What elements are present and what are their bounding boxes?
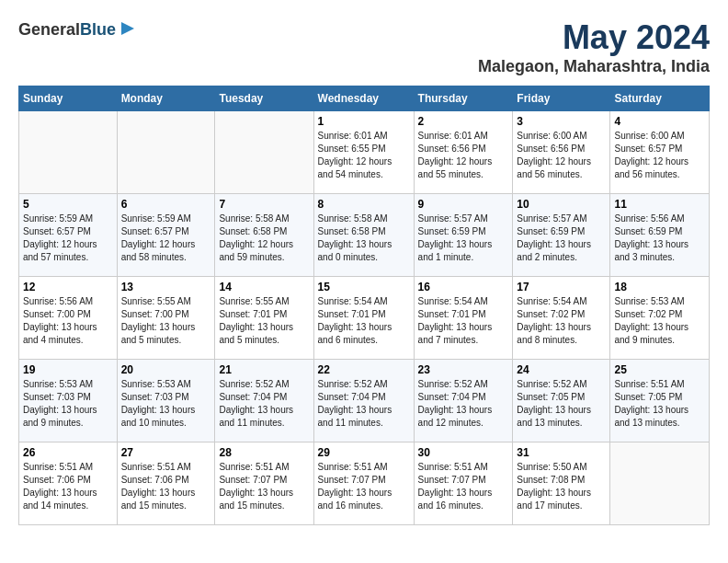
calendar-header-monday: Monday — [117, 86, 215, 111]
day-info: Sunrise: 5:55 AMSunset: 7:00 PMDaylight:… — [121, 295, 211, 347]
day-number: 11 — [614, 198, 705, 211]
calendar-cell: 14Sunrise: 5:55 AMSunset: 7:01 PMDayligh… — [215, 277, 313, 360]
day-number: 9 — [418, 198, 509, 211]
day-number: 13 — [121, 281, 211, 293]
calendar-week-row: 12Sunrise: 5:56 AMSunset: 7:00 PMDayligh… — [19, 277, 710, 360]
day-info: Sunrise: 5:53 AMSunset: 7:03 PMDaylight:… — [23, 378, 113, 430]
day-number: 4 — [614, 115, 705, 128]
day-number: 23 — [418, 363, 509, 376]
day-info: Sunrise: 5:52 AMSunset: 7:04 PMDaylight:… — [318, 378, 410, 430]
logo-general-text: General — [18, 20, 80, 40]
calendar-cell: 27Sunrise: 5:51 AMSunset: 7:06 PMDayligh… — [117, 442, 215, 525]
calendar-cell: 22Sunrise: 5:52 AMSunset: 7:04 PMDayligh… — [313, 360, 414, 442]
day-info: Sunrise: 5:59 AMSunset: 6:57 PMDaylight:… — [23, 213, 113, 264]
calendar-header-wednesday: Wednesday — [313, 86, 414, 111]
day-number: 10 — [517, 198, 606, 211]
calendar-table: SundayMondayTuesdayWednesdayThursdayFrid… — [18, 86, 710, 525]
calendar-cell: 8Sunrise: 5:58 AMSunset: 6:58 PMDaylight… — [313, 194, 414, 277]
day-info: Sunrise: 5:54 AMSunset: 7:01 PMDaylight:… — [318, 295, 410, 347]
calendar-cell — [19, 111, 118, 194]
day-info: Sunrise: 6:01 AMSunset: 6:55 PMDaylight:… — [318, 130, 410, 181]
calendar-cell: 18Sunrise: 5:53 AMSunset: 7:02 PMDayligh… — [610, 277, 710, 360]
day-number: 24 — [517, 363, 606, 376]
day-number: 15 — [318, 281, 410, 293]
day-number: 2 — [418, 115, 509, 128]
day-info: Sunrise: 5:58 AMSunset: 6:58 PMDaylight:… — [219, 213, 309, 264]
calendar-cell: 15Sunrise: 5:54 AMSunset: 7:01 PMDayligh… — [313, 277, 414, 360]
day-info: Sunrise: 5:56 AMSunset: 6:59 PMDaylight:… — [614, 213, 705, 264]
day-info: Sunrise: 5:51 AMSunset: 7:07 PMDaylight:… — [219, 461, 309, 512]
calendar-cell: 11Sunrise: 5:56 AMSunset: 6:59 PMDayligh… — [610, 194, 710, 277]
title-block: May 2024 Malegaon, Maharashtra, India — [478, 18, 710, 76]
day-info: Sunrise: 5:56 AMSunset: 7:00 PMDaylight:… — [23, 295, 113, 347]
calendar-cell: 19Sunrise: 5:53 AMSunset: 7:03 PMDayligh… — [19, 360, 118, 442]
day-info: Sunrise: 5:53 AMSunset: 7:02 PMDaylight:… — [614, 295, 705, 347]
day-info: Sunrise: 5:50 AMSunset: 7:08 PMDaylight:… — [517, 461, 606, 512]
day-number: 28 — [219, 446, 309, 459]
day-info: Sunrise: 5:52 AMSunset: 7:05 PMDaylight:… — [517, 378, 606, 430]
day-info: Sunrise: 5:59 AMSunset: 6:57 PMDaylight:… — [121, 213, 211, 264]
day-number: 30 — [418, 446, 509, 459]
day-number: 20 — [121, 363, 211, 376]
day-number: 31 — [517, 446, 606, 459]
calendar-cell: 13Sunrise: 5:55 AMSunset: 7:00 PMDayligh… — [117, 277, 215, 360]
logo-arrow-icon — [119, 20, 136, 37]
day-info: Sunrise: 5:57 AMSunset: 6:59 PMDaylight:… — [517, 213, 606, 264]
day-info: Sunrise: 5:51 AMSunset: 7:06 PMDaylight:… — [23, 461, 113, 512]
day-info: Sunrise: 5:51 AMSunset: 7:07 PMDaylight:… — [418, 461, 509, 512]
day-number: 26 — [23, 446, 113, 459]
day-number: 16 — [418, 281, 509, 293]
day-info: Sunrise: 5:58 AMSunset: 6:58 PMDaylight:… — [318, 213, 410, 264]
calendar-cell: 4Sunrise: 6:00 AMSunset: 6:57 PMDaylight… — [610, 111, 710, 194]
logo: General Blue — [18, 18, 136, 40]
calendar-header-tuesday: Tuesday — [215, 86, 313, 111]
page-header: General Blue May 2024 Malegaon, Maharash… — [18, 18, 710, 76]
calendar-cell — [215, 111, 313, 194]
day-info: Sunrise: 5:53 AMSunset: 7:03 PMDaylight:… — [121, 378, 211, 430]
calendar-header-thursday: Thursday — [414, 86, 513, 111]
calendar-cell: 5Sunrise: 5:59 AMSunset: 6:57 PMDaylight… — [19, 194, 118, 277]
day-info: Sunrise: 5:51 AMSunset: 7:06 PMDaylight:… — [121, 461, 211, 512]
day-number: 18 — [614, 281, 705, 293]
day-number: 21 — [219, 363, 309, 376]
calendar-week-row: 26Sunrise: 5:51 AMSunset: 7:06 PMDayligh… — [19, 442, 710, 525]
calendar-header-sunday: Sunday — [19, 86, 118, 111]
calendar-cell: 24Sunrise: 5:52 AMSunset: 7:05 PMDayligh… — [513, 360, 610, 442]
calendar-cell: 12Sunrise: 5:56 AMSunset: 7:00 PMDayligh… — [19, 277, 118, 360]
calendar-header-row: SundayMondayTuesdayWednesdayThursdayFrid… — [19, 86, 710, 111]
day-info: Sunrise: 5:54 AMSunset: 7:01 PMDaylight:… — [418, 295, 509, 347]
day-number: 19 — [23, 363, 113, 376]
calendar-cell: 2Sunrise: 6:01 AMSunset: 6:56 PMDaylight… — [414, 111, 513, 194]
calendar-cell: 29Sunrise: 5:51 AMSunset: 7:07 PMDayligh… — [313, 442, 414, 525]
calendar-cell: 9Sunrise: 5:57 AMSunset: 6:59 PMDaylight… — [414, 194, 513, 277]
calendar-cell: 25Sunrise: 5:51 AMSunset: 7:05 PMDayligh… — [610, 360, 710, 442]
calendar-cell — [610, 442, 710, 525]
calendar-cell: 3Sunrise: 6:00 AMSunset: 6:56 PMDaylight… — [513, 111, 610, 194]
day-number: 6 — [121, 198, 211, 211]
calendar-cell: 28Sunrise: 5:51 AMSunset: 7:07 PMDayligh… — [215, 442, 313, 525]
subtitle: Malegaon, Maharashtra, India — [478, 57, 710, 76]
calendar-cell — [117, 111, 215, 194]
calendar-header-saturday: Saturday — [610, 86, 710, 111]
logo-blue-text: Blue — [80, 20, 116, 40]
calendar-cell: 31Sunrise: 5:50 AMSunset: 7:08 PMDayligh… — [513, 442, 610, 525]
day-number: 12 — [23, 281, 113, 293]
calendar-cell: 23Sunrise: 5:52 AMSunset: 7:04 PMDayligh… — [414, 360, 513, 442]
main-title: May 2024 — [478, 18, 710, 57]
calendar-cell: 1Sunrise: 6:01 AMSunset: 6:55 PMDaylight… — [313, 111, 414, 194]
day-number: 17 — [517, 281, 606, 293]
day-info: Sunrise: 5:54 AMSunset: 7:02 PMDaylight:… — [517, 295, 606, 347]
calendar-cell: 16Sunrise: 5:54 AMSunset: 7:01 PMDayligh… — [414, 277, 513, 360]
svg-marker-0 — [121, 22, 134, 35]
calendar-cell: 26Sunrise: 5:51 AMSunset: 7:06 PMDayligh… — [19, 442, 118, 525]
day-number: 3 — [517, 115, 606, 128]
day-number: 27 — [121, 446, 211, 459]
day-number: 25 — [614, 363, 705, 376]
calendar-header-friday: Friday — [513, 86, 610, 111]
day-number: 22 — [318, 363, 410, 376]
calendar-cell: 30Sunrise: 5:51 AMSunset: 7:07 PMDayligh… — [414, 442, 513, 525]
day-info: Sunrise: 6:00 AMSunset: 6:56 PMDaylight:… — [517, 130, 606, 181]
day-info: Sunrise: 6:01 AMSunset: 6:56 PMDaylight:… — [418, 130, 509, 181]
calendar-week-row: 5Sunrise: 5:59 AMSunset: 6:57 PMDaylight… — [19, 194, 710, 277]
day-number: 14 — [219, 281, 309, 293]
